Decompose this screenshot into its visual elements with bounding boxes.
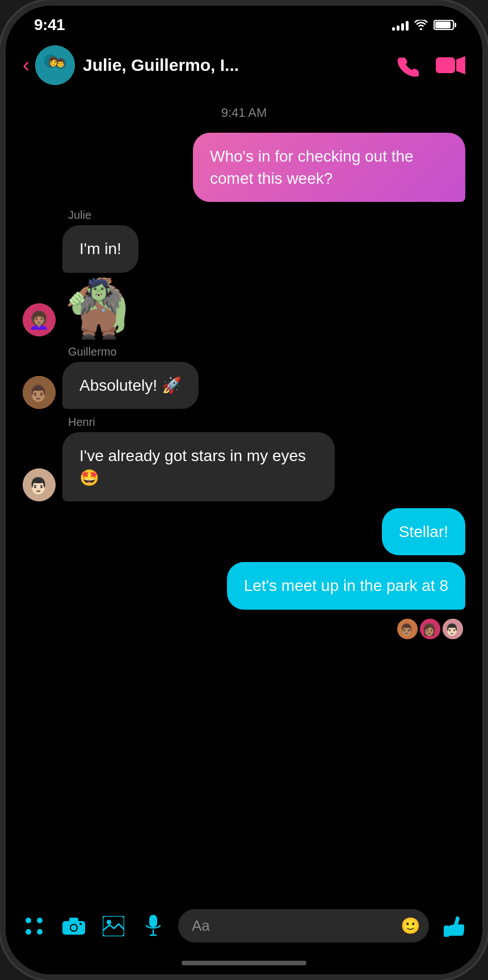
video-call-button[interactable]	[436, 50, 465, 80]
svg-text:👨🏻: 👨🏻	[445, 623, 459, 636]
read-receipts: 👨🏽 👩🏽 👨🏻	[23, 619, 465, 639]
svg-rect-26	[69, 918, 78, 922]
bottom-toolbar: Aa 🙂	[6, 901, 482, 952]
receipt-avatar-1: 👨🏽	[397, 619, 418, 639]
screen: 9:41 ‹	[6, 6, 482, 974]
svg-text:👩🏽: 👩🏽	[422, 623, 436, 636]
mic-button[interactable]	[138, 911, 168, 941]
message-input[interactable]: Aa 🙂	[178, 909, 429, 943]
sticker-yeti: 🧌	[62, 280, 133, 336]
incoming-message-guillermo: Guillermo 👨🏽 Absolutely! 🚀	[23, 345, 465, 409]
header-actions	[393, 50, 465, 80]
group-avatar: 👩 👨	[35, 45, 75, 85]
incoming-message-henri: Henri 👨🏻 I've already got stars in my ey…	[23, 416, 465, 501]
message-bubble-henri: I've already got stars in my eyes 🤩	[62, 432, 335, 501]
svg-text:👨🏽: 👨🏽	[28, 384, 48, 403]
outgoing-message-1: Who's in for checking out the comet this…	[23, 133, 465, 202]
wifi-icon	[414, 20, 428, 30]
svg-text:👨🏻: 👨🏻	[28, 476, 48, 495]
input-placeholder: Aa	[192, 917, 210, 935]
message-bubble-stellar: Stellar!	[382, 508, 465, 555]
receipt-avatar-3: 👨🏻	[443, 619, 463, 639]
svg-rect-33	[444, 926, 449, 937]
sender-name-guillermo: Guillermo	[68, 345, 117, 358]
svg-text:👨: 👨	[56, 58, 66, 68]
camera-button[interactable]	[59, 911, 89, 941]
svg-point-21	[26, 929, 31, 935]
avatar-guillermo: 👨🏽	[23, 376, 56, 409]
svg-text:👨🏽: 👨🏽	[399, 623, 414, 636]
incoming-message-julie-text: Julie I'm in!	[23, 209, 465, 272]
messages-area: 9:41 AM Who's in for checking out the co…	[6, 94, 482, 901]
receipt-avatar-2: 👩🏽	[420, 619, 440, 639]
outgoing-message-2: Stellar!	[23, 508, 465, 555]
apps-button[interactable]	[19, 911, 49, 941]
message-bubble-meetup: Let's meet up in the park at 8	[227, 562, 465, 609]
home-indicator	[6, 952, 482, 974]
battery-icon	[434, 20, 454, 30]
sticker-message-julie: 👩🏽‍🦱 🧌	[23, 280, 465, 336]
svg-point-22	[37, 929, 43, 935]
message-bubble-julie: I'm in!	[62, 225, 138, 272]
svg-rect-30	[149, 915, 157, 927]
phone-call-button[interactable]	[393, 50, 422, 80]
svg-point-27	[79, 923, 82, 925]
message-bubble: Who's in for checking out the comet this…	[193, 133, 465, 202]
status-icons	[392, 19, 454, 31]
back-button[interactable]: ‹	[23, 55, 30, 75]
avatar-henri: 👨🏻	[23, 468, 56, 501]
sender-name-julie: Julie	[68, 209, 91, 222]
emoji-button[interactable]: 🙂	[399, 915, 421, 937]
phone-frame: 9:41 ‹	[0, 0, 488, 980]
avatar-julie: 👩🏽‍🦱	[23, 303, 56, 336]
message-bubble-guillermo: Absolutely! 🚀	[62, 362, 199, 409]
sender-name-henri: Henri	[68, 416, 95, 429]
outgoing-message-3: Let's meet up in the park at 8	[23, 562, 465, 609]
gallery-button[interactable]	[99, 911, 128, 941]
header: ‹ 👩 👨 Julie, Guillermo, I...	[6, 40, 482, 94]
svg-point-20	[37, 918, 43, 923]
message-timestamp: 9:41 AM	[23, 105, 465, 120]
svg-rect-5	[436, 57, 455, 73]
svg-point-29	[107, 920, 111, 924]
signal-bars-icon	[392, 19, 409, 31]
notch	[170, 6, 318, 28]
group-name: Julie, Guillermo, I...	[83, 56, 393, 75]
svg-point-25	[71, 925, 77, 931]
svg-point-19	[26, 918, 31, 923]
svg-marker-6	[456, 56, 465, 74]
thumbs-up-button[interactable]	[439, 911, 469, 941]
svg-text:👩🏽‍🦱: 👩🏽‍🦱	[28, 310, 50, 331]
status-time: 9:41	[34, 16, 65, 34]
